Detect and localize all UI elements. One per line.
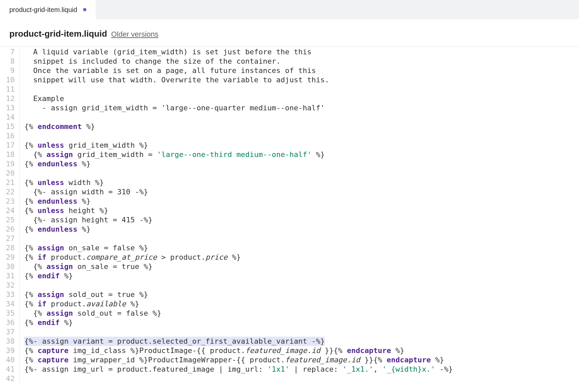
line-number: 17 bbox=[0, 141, 19, 150]
code-line[interactable]: {% assign on_sale = false %} bbox=[24, 243, 579, 253]
older-versions-link[interactable]: Older versions bbox=[111, 30, 158, 39]
line-number: 9 bbox=[0, 66, 19, 75]
code-line[interactable]: {% unless height %} bbox=[24, 206, 579, 215]
code-line[interactable]: {% endunless %} bbox=[24, 225, 579, 234]
line-number: 8 bbox=[0, 57, 19, 66]
code-line[interactable]: snippet will use that width. Overwrite t… bbox=[24, 75, 579, 85]
line-number-gutter: 7891011121314151617181920212223242526272… bbox=[0, 47, 19, 383]
line-number: 31 bbox=[0, 271, 19, 281]
code-line[interactable] bbox=[24, 169, 579, 178]
line-number: 38 bbox=[0, 337, 19, 346]
code-line[interactable]: {% assign sold_out = true %} bbox=[24, 290, 579, 299]
code-line[interactable] bbox=[24, 234, 579, 243]
code-line[interactable]: {% endunless %} bbox=[24, 159, 579, 169]
tab-label: product-grid-item.liquid bbox=[9, 6, 77, 14]
code-line[interactable]: {% if product.compare_at_price > product… bbox=[24, 253, 579, 262]
file-tab[interactable]: product-grid-item.liquid bbox=[0, 0, 96, 19]
line-number: 35 bbox=[0, 309, 19, 318]
line-number: 11 bbox=[0, 85, 19, 94]
code-line[interactable]: {% endcomment %} bbox=[24, 122, 579, 131]
code-line[interactable]: - assign grid_item_width = 'large--one-q… bbox=[24, 103, 579, 113]
line-number: 26 bbox=[0, 225, 19, 234]
code-line[interactable] bbox=[24, 85, 579, 94]
line-number: 32 bbox=[0, 281, 19, 290]
line-number: 36 bbox=[0, 318, 19, 327]
line-number: 34 bbox=[0, 299, 19, 309]
line-number: 22 bbox=[0, 187, 19, 197]
code-line[interactable]: Example bbox=[24, 94, 579, 103]
line-number: 40 bbox=[0, 355, 19, 365]
line-number: 18 bbox=[0, 150, 19, 159]
line-number: 25 bbox=[0, 215, 19, 225]
code-line[interactable]: {%- assign height = 415 -%} bbox=[24, 215, 579, 225]
code-line[interactable]: {% if product.available %} bbox=[24, 299, 579, 309]
file-header: product-grid-item.liquid Older versions bbox=[0, 19, 579, 47]
line-number: 30 bbox=[0, 262, 19, 271]
file-name: product-grid-item.liquid bbox=[9, 29, 107, 39]
line-number: 15 bbox=[0, 122, 19, 131]
line-number: 42 bbox=[0, 374, 19, 383]
line-number: 10 bbox=[0, 75, 19, 85]
line-number: 37 bbox=[0, 327, 19, 337]
unsaved-indicator-icon bbox=[83, 8, 86, 11]
code-line[interactable]: {% unless grid_item_width %} bbox=[24, 141, 579, 150]
code-line[interactable]: {% assign grid_item_width = 'large--one-… bbox=[24, 150, 579, 159]
line-number: 14 bbox=[0, 113, 19, 122]
code-line[interactable] bbox=[24, 327, 579, 337]
line-number: 7 bbox=[0, 47, 19, 57]
line-number: 23 bbox=[0, 197, 19, 206]
line-number: 39 bbox=[0, 346, 19, 355]
code-line[interactable]: {% endunless %} bbox=[24, 197, 579, 206]
code-line[interactable] bbox=[24, 281, 579, 290]
line-number: 21 bbox=[0, 178, 19, 187]
code-line[interactable] bbox=[24, 374, 579, 383]
line-number: 33 bbox=[0, 290, 19, 299]
code-line[interactable]: {% capture img_id_class %}ProductImage-{… bbox=[24, 346, 579, 355]
line-number: 41 bbox=[0, 365, 19, 374]
code-area[interactable]: A liquid variable (grid_item_width) is s… bbox=[19, 47, 579, 383]
code-line[interactable]: {%- assign img_url = product.featured_im… bbox=[24, 365, 579, 374]
line-number: 29 bbox=[0, 253, 19, 262]
code-line[interactable]: snippet is included to change the size o… bbox=[24, 57, 579, 66]
code-line[interactable]: {% assign on_sale = true %} bbox=[24, 262, 579, 271]
code-line[interactable]: {%- assign width = 310 -%} bbox=[24, 187, 579, 197]
line-number: 28 bbox=[0, 243, 19, 253]
line-number: 16 bbox=[0, 131, 19, 141]
code-line[interactable]: Once the variable is set on a page, all … bbox=[24, 66, 579, 75]
code-line[interactable]: A liquid variable (grid_item_width) is s… bbox=[24, 47, 579, 57]
code-editor[interactable]: 7891011121314151617181920212223242526272… bbox=[0, 47, 579, 383]
line-number: 13 bbox=[0, 103, 19, 113]
tab-bar: product-grid-item.liquid bbox=[0, 0, 579, 19]
line-number: 27 bbox=[0, 234, 19, 243]
line-number: 19 bbox=[0, 159, 19, 169]
code-line[interactable]: {% endif %} bbox=[24, 271, 579, 281]
code-line[interactable] bbox=[24, 131, 579, 141]
code-line[interactable]: {% unless width %} bbox=[24, 178, 579, 187]
code-line[interactable] bbox=[24, 113, 579, 122]
code-line[interactable]: {% endif %} bbox=[24, 318, 579, 327]
line-number: 24 bbox=[0, 206, 19, 215]
code-line[interactable]: {% capture img_wrapper_id %}ProductImage… bbox=[24, 355, 579, 365]
code-line[interactable]: {%- assign variant = product.selected_or… bbox=[24, 337, 579, 346]
line-number: 12 bbox=[0, 94, 19, 103]
line-number: 20 bbox=[0, 169, 19, 178]
code-line[interactable]: {% assign sold_out = false %} bbox=[24, 309, 579, 318]
